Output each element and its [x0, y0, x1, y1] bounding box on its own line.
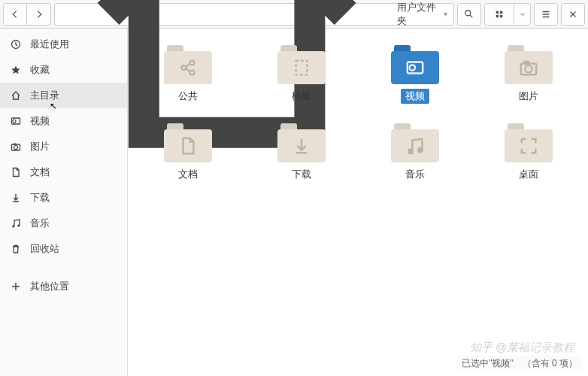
folder-item[interactable]: 桌面	[474, 120, 582, 185]
music-icon	[11, 218, 21, 229]
status-bar: 已选中"视频" （含有 0 项）	[457, 356, 582, 371]
folder-icon	[277, 45, 326, 84]
content-area[interactable]: 公共 模板 视频 图片 文档 下载 音乐	[128, 29, 588, 376]
folder-icon	[164, 45, 212, 84]
folder-label: 视频	[401, 89, 429, 104]
folder-label: 音乐	[401, 167, 429, 182]
watermark: 知乎 @莱福记录教程	[470, 341, 574, 355]
folder-item[interactable]: 视频	[361, 42, 468, 107]
folder-item[interactable]: 公共	[134, 42, 241, 107]
folder-item[interactable]: 音乐	[361, 120, 468, 185]
sidebar-item-starred[interactable]: 收藏	[0, 57, 127, 83]
video-icon	[11, 116, 21, 126]
menu-button[interactable]	[534, 3, 558, 26]
folder-label: 公共	[174, 89, 202, 104]
sidebar-item-music[interactable]: 音乐	[0, 211, 127, 236]
folder-label: 桌面	[514, 167, 543, 182]
view-mode-button[interactable]	[484, 3, 514, 26]
clock-icon	[11, 39, 21, 50]
sidebar-item-label: 文档	[30, 165, 50, 179]
view-options-button[interactable]	[514, 3, 531, 26]
sidebar-item-recent[interactable]: 最近使用	[0, 32, 127, 57]
sidebar-item-trash[interactable]: 回收站	[0, 236, 127, 262]
sidebar-item-label: 视频	[30, 114, 50, 128]
sidebar-item-label: 回收站	[30, 242, 59, 256]
path-label: 用户文件夹	[397, 1, 439, 28]
sidebar-item-label: 主目录	[30, 89, 59, 102]
sidebar-item-label: 音乐	[30, 217, 50, 230]
folder-icon	[505, 123, 553, 162]
folder-icon	[505, 45, 553, 84]
folder-icon	[164, 123, 212, 162]
folder-label: 图片	[514, 89, 543, 104]
home-icon	[11, 90, 21, 101]
folder-icon	[277, 123, 326, 162]
forward-button[interactable]	[27, 3, 51, 26]
search-button[interactable]	[457, 3, 481, 26]
sidebar-item-pictures[interactable]: 图片	[0, 134, 127, 159]
folder-label: 文档	[174, 167, 202, 182]
close-button[interactable]	[561, 3, 585, 26]
sidebar-item-label: 其他位置	[30, 280, 69, 293]
sidebar-item-label: 收藏	[30, 63, 50, 77]
sidebar-item-videos[interactable]: 视频	[0, 108, 127, 134]
sidebar-item-label: 最近使用	[30, 38, 69, 51]
sidebar-item-label: 下载	[30, 191, 50, 205]
star-icon	[11, 65, 21, 75]
sidebar-item-label: 图片	[30, 140, 50, 153]
chevron-down-icon: ▾	[444, 10, 447, 18]
sidebar-item-documents[interactable]: 文档	[0, 159, 127, 185]
folder-item[interactable]: 模板	[247, 42, 355, 107]
sidebar: 最近使用收藏主目录↖视频图片文档下载音乐回收站其他位置	[0, 29, 128, 376]
camera-icon	[11, 141, 21, 152]
toolbar: 用户文件夹 ▾	[0, 0, 588, 29]
back-button[interactable]	[3, 3, 27, 26]
folder-icon	[391, 45, 439, 84]
folder-item[interactable]: 文档	[134, 120, 241, 185]
folder-item[interactable]: 下载	[247, 120, 355, 185]
folder-item[interactable]: 图片	[474, 42, 582, 107]
plus-icon	[11, 281, 21, 292]
sidebar-item-home[interactable]: 主目录↖	[0, 83, 127, 108]
sidebar-item-other-locations[interactable]: 其他位置	[0, 274, 127, 299]
doc-icon	[11, 167, 21, 177]
path-bar[interactable]: 用户文件夹 ▾	[54, 3, 454, 26]
down-icon	[11, 193, 21, 203]
sidebar-item-downloads[interactable]: 下载	[0, 185, 127, 211]
trash-icon	[11, 244, 21, 254]
folder-label: 下载	[287, 167, 316, 182]
folder-label: 模板	[287, 89, 316, 104]
folder-icon	[391, 123, 439, 162]
